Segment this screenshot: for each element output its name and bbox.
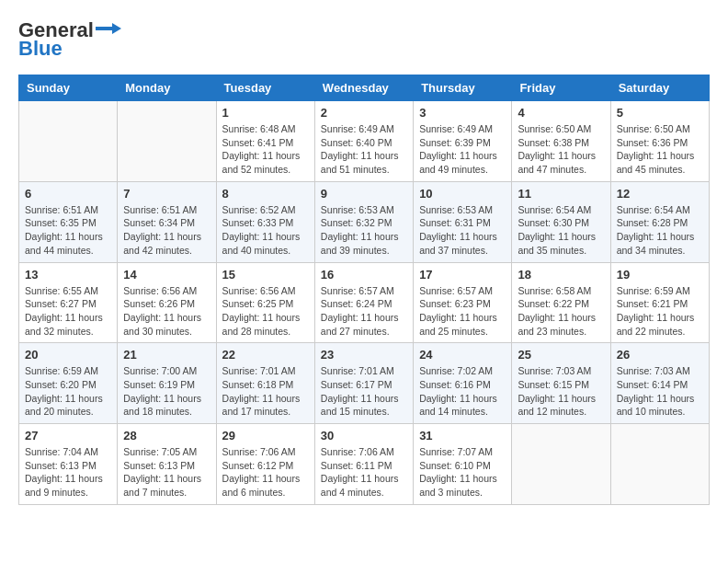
calendar-cell: 6Sunrise: 6:51 AM Sunset: 6:35 PM Daylig… <box>19 181 118 262</box>
calendar-cell: 22Sunrise: 7:01 AM Sunset: 6:18 PM Dayli… <box>216 343 314 424</box>
calendar-cell: 9Sunrise: 6:53 AM Sunset: 6:32 PM Daylig… <box>314 181 413 262</box>
weekday-header-wednesday: Wednesday <box>314 75 413 101</box>
day-number: 14 <box>123 268 210 282</box>
day-number: 15 <box>222 268 309 282</box>
day-number: 26 <box>617 348 703 362</box>
day-info: Sunrise: 7:00 AM Sunset: 6:19 PM Dayligh… <box>123 364 210 419</box>
calendar-table: SundayMondayTuesdayWednesdayThursdayFrid… <box>18 75 710 505</box>
calendar-cell: 20Sunrise: 6:59 AM Sunset: 6:20 PM Dayli… <box>19 343 118 424</box>
calendar-cell: 16Sunrise: 6:57 AM Sunset: 6:24 PM Dayli… <box>314 262 413 343</box>
day-info: Sunrise: 6:49 AM Sunset: 6:40 PM Dayligh… <box>321 122 407 177</box>
calendar-cell: 24Sunrise: 7:02 AM Sunset: 6:16 PM Dayli… <box>414 343 512 424</box>
day-info: Sunrise: 6:59 AM Sunset: 6:20 PM Dayligh… <box>25 364 111 419</box>
day-number: 2 <box>321 106 407 120</box>
calendar-week-row: 6Sunrise: 6:51 AM Sunset: 6:35 PM Daylig… <box>19 181 710 262</box>
day-info: Sunrise: 6:59 AM Sunset: 6:21 PM Dayligh… <box>617 284 703 339</box>
day-info: Sunrise: 6:53 AM Sunset: 6:32 PM Dayligh… <box>321 203 407 258</box>
svg-marker-0 <box>96 23 121 34</box>
calendar-cell: 15Sunrise: 6:56 AM Sunset: 6:25 PM Dayli… <box>216 262 314 343</box>
day-number: 4 <box>518 106 604 120</box>
weekday-header-thursday: Thursday <box>414 75 512 101</box>
day-number: 25 <box>518 348 604 362</box>
day-number: 29 <box>222 429 309 442</box>
day-info: Sunrise: 6:57 AM Sunset: 6:23 PM Dayligh… <box>419 284 506 339</box>
calendar-cell: 23Sunrise: 7:01 AM Sunset: 6:17 PM Dayli… <box>314 343 413 424</box>
day-number: 12 <box>617 187 703 201</box>
weekday-header-sunday: Sunday <box>19 75 118 101</box>
calendar-cell <box>610 424 709 505</box>
calendar-cell: 26Sunrise: 7:03 AM Sunset: 6:14 PM Dayli… <box>610 343 709 424</box>
day-info: Sunrise: 6:56 AM Sunset: 6:25 PM Dayligh… <box>222 284 309 339</box>
calendar-cell: 7Sunrise: 6:51 AM Sunset: 6:34 PM Daylig… <box>118 181 216 262</box>
calendar-week-row: 20Sunrise: 6:59 AM Sunset: 6:20 PM Dayli… <box>19 343 710 424</box>
day-number: 23 <box>321 348 407 362</box>
calendar-cell <box>512 424 610 505</box>
calendar-cell <box>19 101 118 182</box>
day-info: Sunrise: 6:52 AM Sunset: 6:33 PM Dayligh… <box>222 203 309 258</box>
calendar-cell: 21Sunrise: 7:00 AM Sunset: 6:19 PM Dayli… <box>118 343 216 424</box>
calendar-cell: 29Sunrise: 7:06 AM Sunset: 6:12 PM Dayli… <box>216 424 314 505</box>
day-number: 19 <box>617 268 703 282</box>
calendar-cell: 8Sunrise: 6:52 AM Sunset: 6:33 PM Daylig… <box>216 181 314 262</box>
calendar-cell: 4Sunrise: 6:50 AM Sunset: 6:38 PM Daylig… <box>512 101 610 182</box>
day-number: 24 <box>419 348 506 362</box>
day-number: 30 <box>321 429 407 442</box>
day-number: 8 <box>222 187 309 201</box>
calendar-cell: 2Sunrise: 6:49 AM Sunset: 6:40 PM Daylig… <box>314 101 413 182</box>
calendar-cell: 14Sunrise: 6:56 AM Sunset: 6:26 PM Dayli… <box>118 262 216 343</box>
day-info: Sunrise: 7:07 AM Sunset: 6:10 PM Dayligh… <box>419 445 506 500</box>
day-info: Sunrise: 7:03 AM Sunset: 6:15 PM Dayligh… <box>518 364 604 419</box>
calendar-cell <box>118 101 216 182</box>
day-number: 17 <box>419 268 506 282</box>
weekday-header-saturday: Saturday <box>610 75 709 101</box>
day-info: Sunrise: 6:58 AM Sunset: 6:22 PM Dayligh… <box>518 284 604 339</box>
weekday-header-friday: Friday <box>512 75 610 101</box>
day-info: Sunrise: 6:55 AM Sunset: 6:27 PM Dayligh… <box>25 284 111 339</box>
day-info: Sunrise: 6:49 AM Sunset: 6:39 PM Dayligh… <box>419 122 506 177</box>
day-info: Sunrise: 7:04 AM Sunset: 6:13 PM Dayligh… <box>25 445 111 500</box>
calendar-cell: 1Sunrise: 6:48 AM Sunset: 6:41 PM Daylig… <box>216 101 314 182</box>
day-info: Sunrise: 7:01 AM Sunset: 6:17 PM Dayligh… <box>321 364 407 419</box>
day-number: 20 <box>25 348 111 362</box>
calendar-cell: 30Sunrise: 7:06 AM Sunset: 6:11 PM Dayli… <box>314 424 413 505</box>
day-info: Sunrise: 6:51 AM Sunset: 6:35 PM Dayligh… <box>25 203 111 258</box>
day-number: 5 <box>617 106 703 120</box>
day-info: Sunrise: 6:48 AM Sunset: 6:41 PM Dayligh… <box>222 122 309 177</box>
day-number: 31 <box>419 429 506 442</box>
calendar-cell: 27Sunrise: 7:04 AM Sunset: 6:13 PM Dayli… <box>19 424 118 505</box>
calendar-cell: 13Sunrise: 6:55 AM Sunset: 6:27 PM Dayli… <box>19 262 118 343</box>
day-info: Sunrise: 6:56 AM Sunset: 6:26 PM Dayligh… <box>123 284 210 339</box>
page-header: General Blue <box>18 18 710 61</box>
weekday-header-monday: Monday <box>118 75 216 101</box>
day-number: 3 <box>419 106 506 120</box>
calendar-cell: 10Sunrise: 6:53 AM Sunset: 6:31 PM Dayli… <box>414 181 512 262</box>
calendar-week-row: 27Sunrise: 7:04 AM Sunset: 6:13 PM Dayli… <box>19 424 710 505</box>
calendar-cell: 17Sunrise: 6:57 AM Sunset: 6:23 PM Dayli… <box>414 262 512 343</box>
calendar-week-row: 1Sunrise: 6:48 AM Sunset: 6:41 PM Daylig… <box>19 101 710 182</box>
calendar-cell: 5Sunrise: 6:50 AM Sunset: 6:36 PM Daylig… <box>610 101 709 182</box>
calendar-cell: 25Sunrise: 7:03 AM Sunset: 6:15 PM Dayli… <box>512 343 610 424</box>
day-number: 22 <box>222 348 309 362</box>
day-info: Sunrise: 6:54 AM Sunset: 6:30 PM Dayligh… <box>518 203 604 258</box>
day-info: Sunrise: 7:06 AM Sunset: 6:11 PM Dayligh… <box>321 445 407 500</box>
day-info: Sunrise: 7:01 AM Sunset: 6:18 PM Dayligh… <box>222 364 309 419</box>
calendar-header-row: SundayMondayTuesdayWednesdayThursdayFrid… <box>19 75 710 101</box>
calendar-cell: 12Sunrise: 6:54 AM Sunset: 6:28 PM Dayli… <box>610 181 709 262</box>
day-info: Sunrise: 6:50 AM Sunset: 6:36 PM Dayligh… <box>617 122 703 177</box>
weekday-header-tuesday: Tuesday <box>216 75 314 101</box>
day-info: Sunrise: 6:54 AM Sunset: 6:28 PM Dayligh… <box>617 203 703 258</box>
day-number: 21 <box>123 348 210 362</box>
calendar-cell: 31Sunrise: 7:07 AM Sunset: 6:10 PM Dayli… <box>414 424 512 505</box>
calendar-cell: 18Sunrise: 6:58 AM Sunset: 6:22 PM Dayli… <box>512 262 610 343</box>
logo-arrow-icon <box>96 19 121 38</box>
calendar-cell: 11Sunrise: 6:54 AM Sunset: 6:30 PM Dayli… <box>512 181 610 262</box>
day-info: Sunrise: 7:02 AM Sunset: 6:16 PM Dayligh… <box>419 364 506 419</box>
day-number: 16 <box>321 268 407 282</box>
day-number: 18 <box>518 268 604 282</box>
day-info: Sunrise: 6:50 AM Sunset: 6:38 PM Dayligh… <box>518 122 604 177</box>
calendar-cell: 19Sunrise: 6:59 AM Sunset: 6:21 PM Dayli… <box>610 262 709 343</box>
calendar-cell: 28Sunrise: 7:05 AM Sunset: 6:13 PM Dayli… <box>118 424 216 505</box>
day-info: Sunrise: 6:53 AM Sunset: 6:31 PM Dayligh… <box>419 203 506 258</box>
logo: General Blue <box>18 18 121 61</box>
day-info: Sunrise: 6:51 AM Sunset: 6:34 PM Dayligh… <box>123 203 210 258</box>
